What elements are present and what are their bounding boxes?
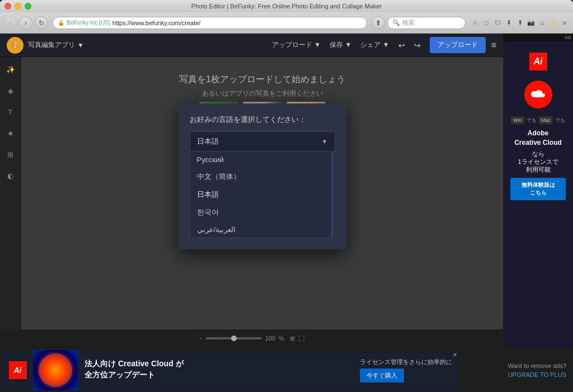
photo-icon[interactable]: 📷 [526, 18, 536, 28]
platform-row: Win でも Mac でも [511, 116, 565, 124]
sidebar-adjust-icon[interactable]: ◐ [3, 168, 18, 183]
nav-save[interactable]: 保存 ▼ [330, 40, 351, 50]
nav-undo[interactable]: ↩ [398, 41, 405, 50]
forward-button[interactable]: › [19, 16, 32, 30]
share-button[interactable]: ⬆ [372, 16, 385, 30]
undo-icon: ↩ [398, 41, 405, 50]
upload-button[interactable]: アップロード [430, 37, 486, 53]
bottom-ad-content: ✕ Ai 法人向け Creative Cloud が 全方位アップデート ライセ… [2, 350, 459, 390]
address-url: https://www.befunky.com/create/ [112, 20, 201, 26]
app-logo: 🎨 [7, 37, 24, 54]
scrollbar[interactable] [331, 152, 334, 238]
share-icon: ⬆ [375, 19, 381, 27]
adobe-cloud-icon [524, 81, 552, 108]
adobe-license: なら 1ライセンスで 利用可能 [518, 150, 558, 174]
upgrade-link[interactable]: UPGRADE TO PLUS [508, 371, 566, 378]
canvas-area: 写真を1枚アップロードして始めましょう あるいはアプリの写真をご利用ください [21, 57, 503, 329]
lock-icon: 🔒 [58, 20, 64, 26]
minimize-button[interactable] [15, 3, 21, 10]
bottom-ad-sub: ライセンス管理をさらに効率的に 今すぐ購入 [353, 353, 459, 387]
lang-select-current[interactable]: 日本語 ▼ [190, 131, 335, 152]
ad-sidebar-content: Ai Win でも Mac でも Ado [503, 41, 573, 347]
nav-item-app[interactable]: 写真編集アプリ ▼ [28, 40, 84, 50]
title-bar: Photo Editor | BeFunky: Free Online Phot… [0, 0, 573, 12]
sidebar-crop-icon[interactable]: ⊞ [3, 147, 18, 162]
ad-sidebar: Ad Ai Win でも Mac [503, 34, 573, 347]
nav-upload[interactable]: アップロード ▼ [272, 40, 321, 50]
lang-option-chinese[interactable]: 中文（简体） [190, 168, 335, 186]
search-bar[interactable]: 🔍 検索 [387, 17, 466, 29]
forward-icon: › [25, 19, 27, 27]
bottom-ad-title-line2: 全方位アップデート [84, 370, 346, 380]
zoom-control: − 100 % ⊞ ⛶ [199, 335, 304, 342]
bottom-ad-title-line1: 法人向け Creative Cloud が [84, 359, 346, 369]
nav-share[interactable]: シェア ▼ [360, 40, 389, 50]
browser-toolbar: ‹ › ↻ 🔒 BeFunky Inc [US] https://www.bef… [0, 12, 573, 34]
zoom-fit-icon[interactable]: ⊞ [290, 335, 295, 342]
shield-icon[interactable]: 🛡 [492, 18, 502, 28]
emoji-icon[interactable]: ☺ [537, 18, 547, 28]
zoom-unit: % [279, 335, 284, 342]
airplay-icon[interactable]: ⬆ [515, 18, 525, 28]
upload-sub: あるいはアプリの写真をご利用ください [179, 89, 345, 98]
also-text-2: でも [555, 117, 565, 124]
adobe-letter: Ai [534, 56, 543, 67]
adobe-bottom-logo: Ai [9, 361, 27, 379]
upgrade-want-text: Want to remove ads? [508, 362, 566, 369]
sidebar-effects-icon[interactable]: ◈ [3, 83, 18, 98]
search-placeholder: 検索 [402, 18, 415, 27]
hamburger-menu[interactable]: ≡ [491, 40, 496, 50]
traffic-lights [4, 3, 31, 10]
window-title: Photo Editor | BeFunky: Free Online Phot… [191, 3, 382, 10]
zoom-fullscreen-icon[interactable]: ⛶ [298, 335, 304, 342]
main-app: 🎨 写真編集アプリ ▼ アップロード ▼ 保存 ▼ シェア ▼ [0, 34, 503, 347]
redo-icon: ↪ [414, 41, 421, 50]
close-button[interactable] [4, 3, 11, 10]
zoom-slider[interactable] [206, 337, 262, 339]
lang-option-korean[interactable]: 한국어 [190, 204, 335, 221]
lang-option-russian[interactable]: Русский [190, 152, 335, 168]
lang-select-container: 日本語 ▼ Русский 中文（简体） 日本語 한국어 العربية/عرب… [190, 131, 335, 238]
bottom-ad-graphic [33, 350, 78, 390]
bottom-toolbar: − 100 % ⊞ ⛶ [0, 329, 503, 347]
upload-prompt: 写真を1枚アップロードして始めましょう あるいはアプリの写真をご利用ください [179, 74, 345, 98]
refresh-button[interactable]: ↻ [35, 16, 48, 30]
maximize-button[interactable] [25, 3, 31, 10]
zoom-value: 100 [265, 335, 275, 342]
chevron-down-icon: ▼ [322, 138, 328, 145]
adobe-logo-area: Ai [508, 48, 569, 75]
bookmark-icon[interactable]: ☆ [470, 18, 480, 28]
lang-option-japanese[interactable]: 日本語 [190, 186, 335, 204]
nav-chevron-icon: ▼ [77, 41, 84, 49]
ad-close-button[interactable]: ✕ [453, 352, 457, 358]
bottom-ad-text: 法人向け Creative Cloud が 全方位アップデート [78, 355, 353, 386]
lang-modal-title: お好みの言語を選択してください： [190, 115, 335, 125]
nav-redo[interactable]: ↪ [414, 41, 421, 50]
adobe-logo: Ai [529, 53, 547, 70]
upgrade-area: Want to remove ads? UPGRADE TO PLUS [461, 362, 573, 378]
zoom-thumb [231, 336, 237, 341]
reader-icon[interactable]: □ [481, 18, 491, 28]
left-sidebar: ✨ ◈ T ★ ⊞ ◐ [0, 57, 21, 329]
sidebar-magic-icon[interactable]: ✨ [3, 62, 18, 77]
back-button[interactable]: ‹ [3, 16, 17, 30]
refresh-icon: ↻ [39, 19, 44, 27]
lang-option-arabic[interactable]: العربية/عربي [190, 221, 335, 238]
lang-dropdown: Русский 中文（简体） 日本語 한국어 العربية/عربي [190, 152, 335, 238]
app-navbar: 🎨 写真編集アプリ ▼ アップロード ▼ 保存 ▼ シェア ▼ [0, 34, 503, 57]
address-bar[interactable]: 🔒 BeFunky Inc [US] https://www.befunky.c… [53, 17, 367, 29]
download-icon[interactable]: ⬇ [504, 18, 514, 28]
zoom-out-icon[interactable]: − [199, 335, 202, 342]
sidebar-text-icon[interactable]: T [3, 104, 18, 120]
extension-icon[interactable]: ⚡ [548, 18, 558, 28]
mac-badge: Mac [539, 116, 553, 124]
ad-label: Ad [503, 34, 573, 41]
sidebar-graphic-icon[interactable]: ★ [3, 125, 18, 141]
bottom-ad-cta-button[interactable]: 今すぐ購入 [360, 369, 404, 382]
logo-icon: 🎨 [11, 41, 20, 49]
adobe-cta-button[interactable]: 無料体験版はこちら [510, 178, 565, 200]
toolbar-icons: ☆ □ 🛡 ⬇ ⬆ 📷 ☺ ⚡ ≡ [470, 18, 570, 28]
also-text-1: でも [527, 117, 537, 124]
menu-icon[interactable]: ≡ [560, 18, 570, 28]
win-badge: Win [511, 116, 524, 124]
